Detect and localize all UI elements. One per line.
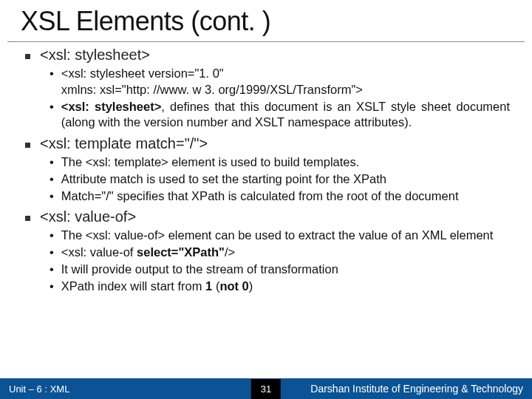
bullet-icon: • bbox=[50, 66, 54, 82]
list-item-text: XPath index will start from 1 (not 0) bbox=[61, 279, 510, 295]
slide-content: <xsl: stylesheet> • <xsl: stylesheet ver… bbox=[0, 47, 532, 294]
list-item-text: It will provide output to the stream of … bbox=[61, 262, 510, 278]
bullet-icon: • bbox=[50, 262, 54, 278]
section-heading-text: <xsl: stylesheet> bbox=[40, 47, 150, 64]
bullet-icon: • bbox=[50, 188, 54, 205]
list-item: • Attribute match is used to set the sta… bbox=[50, 171, 510, 188]
section-heading: <xsl: template match="/"> bbox=[25, 135, 516, 152]
list-item: • It will provide output to the stream o… bbox=[50, 262, 510, 278]
list-item: • <xsl: stylesheet version="1. 0" xmlns:… bbox=[50, 66, 510, 98]
section-heading-text: <xsl: value-of> bbox=[40, 208, 136, 225]
footer-institute: Darshan Institute of Engineering & Techn… bbox=[310, 383, 523, 395]
square-bullet-icon bbox=[25, 143, 30, 148]
list-item: • The <xsl: template> element is used to… bbox=[50, 154, 510, 171]
list-item-text: <xsl: value-of select="XPath"/> bbox=[61, 245, 510, 261]
square-bullet-icon bbox=[25, 54, 30, 59]
list-item-text: The <xsl: template> element is used to b… bbox=[61, 154, 510, 171]
bullet-icon: • bbox=[50, 154, 54, 171]
bullet-icon: • bbox=[50, 99, 54, 115]
bullet-icon: • bbox=[50, 279, 54, 295]
sub-list: • The <xsl: value-of> element can be use… bbox=[50, 228, 510, 294]
bullet-icon: • bbox=[50, 171, 54, 188]
list-item: • XPath index will start from 1 (not 0) bbox=[50, 279, 510, 295]
bullet-icon: • bbox=[50, 245, 54, 261]
list-item-text: <xsl: stylesheet>, defines that this doc… bbox=[61, 99, 510, 132]
section-heading-text: <xsl: template match="/"> bbox=[40, 135, 208, 152]
list-item: • <xsl: stylesheet>, defines that this d… bbox=[50, 99, 510, 132]
list-item-text: Match="/" specifies that XPath is calcul… bbox=[61, 188, 510, 205]
slide-title: XSL Elements (cont. ) bbox=[7, 0, 525, 42]
list-item-text: Attribute match is used to set the start… bbox=[61, 171, 510, 188]
list-item: • The <xsl: value-of> element can be use… bbox=[50, 228, 510, 244]
sub-list: • <xsl: stylesheet version="1. 0" xmlns:… bbox=[50, 66, 510, 131]
sub-list: • The <xsl: template> element is used to… bbox=[50, 154, 510, 204]
list-item: • Match="/" specifies that XPath is calc… bbox=[50, 188, 510, 205]
section-heading: <xsl: value-of> bbox=[25, 208, 516, 225]
list-item-text: The <xsl: value-of> element can be used … bbox=[61, 228, 510, 244]
list-item: • <xsl: value-of select="XPath"/> bbox=[50, 245, 510, 261]
square-bullet-icon bbox=[25, 216, 30, 221]
footer-unit: Unit – 6 : XML bbox=[9, 383, 69, 395]
footer-page-number: 31 bbox=[251, 379, 281, 399]
list-item-text: <xsl: stylesheet version="1. 0" xmlns: x… bbox=[61, 66, 510, 98]
footer-bar: Unit – 6 : XML 31 Darshan Institute of E… bbox=[0, 378, 532, 399]
bullet-icon: • bbox=[50, 228, 54, 244]
section-heading: <xsl: stylesheet> bbox=[25, 47, 516, 64]
